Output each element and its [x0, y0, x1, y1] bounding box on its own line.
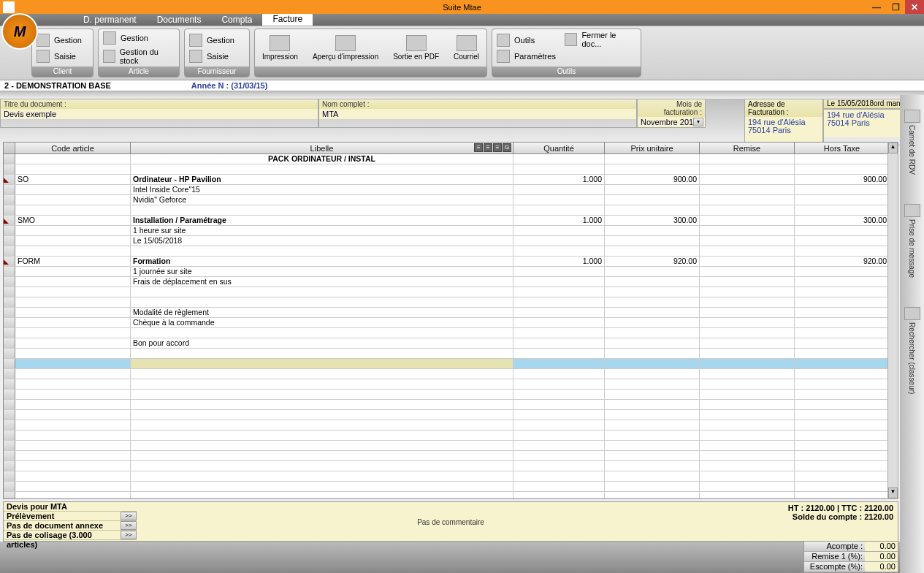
expand-button[interactable]: >>: [121, 531, 137, 539]
cell-qty[interactable]: [513, 369, 605, 379]
cell-qty[interactable]: [513, 492, 605, 498]
cell-rem[interactable]: [700, 297, 795, 307]
scroll-down-icon[interactable]: ▼: [888, 487, 898, 498]
outils-button[interactable]: Outils: [492, 32, 560, 48]
cell-rem[interactable]: [700, 257, 795, 266]
row-header[interactable]: [4, 430, 15, 440]
pdf-button[interactable]: Sortie en PDF: [386, 29, 446, 67]
vertical-scrollbar[interactable]: ▲ ▼: [887, 142, 898, 499]
row-header[interactable]: [4, 308, 15, 317]
row-header[interactable]: [4, 492, 15, 498]
table-row[interactable]: [4, 492, 898, 498]
cell-ht[interactable]: [795, 297, 890, 307]
cell-code[interactable]: [15, 287, 131, 297]
cell-pu[interactable]: [605, 441, 700, 450]
cell-code[interactable]: [15, 164, 131, 174]
table-row[interactable]: [4, 482, 898, 492]
cell-pu[interactable]: [605, 410, 700, 420]
cell-pu[interactable]: [605, 328, 700, 338]
cell-qty[interactable]: [513, 226, 605, 235]
cell-code[interactable]: [15, 441, 131, 450]
cell-rem[interactable]: [700, 410, 795, 420]
close-button[interactable]: ✕: [905, 0, 924, 14]
row-header[interactable]: [4, 400, 15, 409]
cell-pu[interactable]: [605, 349, 700, 358]
table-row[interactable]: [4, 441, 898, 451]
row-header[interactable]: [4, 410, 15, 420]
cell-ht[interactable]: [795, 185, 890, 194]
cell-rem[interactable]: [700, 277, 795, 286]
table-row[interactable]: [4, 379, 898, 390]
cell-code[interactable]: [15, 379, 131, 389]
cell-lib[interactable]: [131, 297, 513, 307]
cell-code[interactable]: [15, 410, 131, 420]
table-row[interactable]: [4, 349, 898, 359]
cell-lib[interactable]: [131, 164, 513, 174]
cell-pu[interactable]: [605, 246, 700, 256]
cell-code[interactable]: [15, 430, 131, 440]
row-header[interactable]: [4, 164, 15, 174]
cell-code[interactable]: SO: [15, 175, 131, 184]
table-row[interactable]: 1 journée sur site: [4, 267, 898, 277]
article-gestion-button[interactable]: Gestion: [99, 30, 179, 46]
cell-ht[interactable]: 900.00: [795, 175, 890, 184]
cell-code[interactable]: [15, 205, 131, 215]
cell-pu[interactable]: [605, 267, 700, 276]
row-header[interactable]: [4, 195, 15, 205]
cell-ht[interactable]: [795, 482, 890, 491]
cell-qty[interactable]: [513, 400, 605, 409]
cell-rem[interactable]: [700, 226, 795, 235]
expand-button[interactable]: >>: [121, 521, 137, 530]
row-header[interactable]: [4, 287, 15, 297]
cell-qty[interactable]: [513, 185, 605, 194]
client-gestion-button[interactable]: Gestion: [32, 32, 86, 48]
cell-pu[interactable]: [605, 277, 700, 286]
apercu-button[interactable]: Aperçu d'impression: [305, 29, 386, 67]
align-right-icon[interactable]: ≡: [493, 143, 502, 152]
sidebar-rdv-button[interactable]: Carnet de RDV: [904, 110, 920, 175]
fournisseur-saisie-button[interactable]: Saisie: [185, 48, 239, 64]
row-header[interactable]: [4, 154, 15, 164]
align-left-icon[interactable]: ≡: [474, 143, 483, 152]
cell-lib[interactable]: Le 15/05/2018: [131, 236, 513, 246]
cell-code[interactable]: [15, 400, 131, 409]
cell-code[interactable]: [15, 267, 131, 276]
cell-qty[interactable]: [513, 277, 605, 286]
cell-pu[interactable]: [605, 400, 700, 409]
cell-pu[interactable]: [605, 226, 700, 235]
table-row[interactable]: [4, 246, 898, 257]
cell-lib[interactable]: [131, 349, 513, 358]
row-header[interactable]: [4, 390, 15, 399]
row-header[interactable]: [4, 236, 15, 246]
nom-input[interactable]: MTA: [319, 109, 636, 119]
cell-rem[interactable]: [700, 236, 795, 246]
cell-rem[interactable]: [700, 338, 795, 348]
cell-rem[interactable]: [700, 185, 795, 194]
impression-button[interactable]: Impression: [255, 29, 305, 67]
cell-code[interactable]: [15, 349, 131, 358]
menutab-dpermanent[interactable]: D. permanent: [73, 14, 147, 26]
table-row[interactable]: [4, 359, 898, 369]
cell-qty[interactable]: [513, 246, 605, 256]
adresse-livraison[interactable]: 194 rue d'Alésia 75014 Paris: [823, 109, 902, 145]
cell-code[interactable]: [15, 277, 131, 286]
cell-rem[interactable]: [700, 451, 795, 460]
cell-code[interactable]: [15, 185, 131, 194]
sidebar-message-button[interactable]: Prise de message: [904, 204, 920, 278]
cell-lib[interactable]: [131, 328, 513, 338]
row-header[interactable]: [4, 379, 15, 389]
cell-code[interactable]: [15, 420, 131, 430]
cell-ht[interactable]: [795, 318, 890, 327]
cell-qty[interactable]: [513, 390, 605, 399]
cell-rem[interactable]: [700, 430, 795, 440]
cell-code[interactable]: [15, 236, 131, 246]
cell-rem[interactable]: [700, 400, 795, 409]
menutab-facture[interactable]: Facture: [262, 13, 313, 26]
cell-ht[interactable]: [795, 287, 890, 297]
cell-qty[interactable]: [513, 205, 605, 215]
table-row[interactable]: ◣FORMFormation1.000920.00920.00: [4, 257, 898, 267]
cell-lib[interactable]: [131, 420, 513, 430]
cell-qty[interactable]: [513, 441, 605, 450]
cell-pu[interactable]: [605, 451, 700, 460]
cell-ht[interactable]: [795, 420, 890, 430]
